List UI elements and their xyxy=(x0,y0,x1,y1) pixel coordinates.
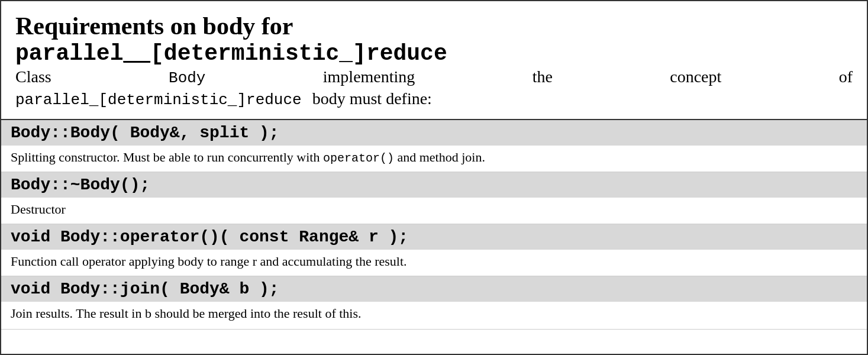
title-line1-text: Requirements on body for xyxy=(15,12,293,40)
desc-word2: Body xyxy=(169,69,205,87)
desc-word1: Class xyxy=(15,67,51,86)
desc-word6: of xyxy=(839,67,853,86)
header-section: Requirements on body for parallel__[dete… xyxy=(1,1,867,120)
title-part1: parallel xyxy=(15,41,123,66)
entry-4-description: Join results. The result in b should be … xyxy=(1,302,867,329)
description-row2: parallel_[deterministic_]reduce body mus… xyxy=(15,87,853,111)
entry-3-description: Function call operator applying body to … xyxy=(1,250,867,276)
entry-3-signature: void Body::operator()( const Range& r ); xyxy=(1,224,867,250)
entry-1-description: Splitting constructor. Must be able to r… xyxy=(1,146,867,172)
main-container: Requirements on body for parallel__[dete… xyxy=(0,0,868,355)
entry-2-description: Destructor xyxy=(1,198,867,224)
body-section: Body::Body( Body&, split ); Splitting co… xyxy=(1,120,867,329)
description-row1: Class Body implementing the concept of xyxy=(15,67,853,87)
desc-word7: body must define: xyxy=(312,87,432,110)
entry-2-signature: Body::~Body(); xyxy=(1,172,867,198)
title-line2: parallel__[deterministic_]reduce xyxy=(15,40,853,67)
entry-operator: void Body::operator()( const Range& r );… xyxy=(1,224,867,276)
title-part2: [deterministic_]reduce xyxy=(150,41,447,66)
title-line1: Requirements on body for xyxy=(15,12,853,40)
desc-word5: concept xyxy=(670,67,721,86)
desc-word4: the xyxy=(533,67,553,86)
title-underline: __ xyxy=(123,41,150,66)
entry-1-signature: Body::Body( Body&, split ); xyxy=(1,120,867,146)
entry-join: void Body::join( Body& b ); Join results… xyxy=(1,276,867,330)
entry-4-signature: void Body::join( Body& b ); xyxy=(1,276,867,302)
desc-word3: implementing xyxy=(323,67,415,86)
entry-1-inline-code: operator() xyxy=(323,151,394,165)
entry-splitting-constructor: Body::Body( Body&, split ); Splitting co… xyxy=(1,120,867,172)
desc-code-line: parallel_[deterministic_]reduce xyxy=(15,89,302,111)
entry-destructor: Body::~Body(); Destructor xyxy=(1,172,867,224)
